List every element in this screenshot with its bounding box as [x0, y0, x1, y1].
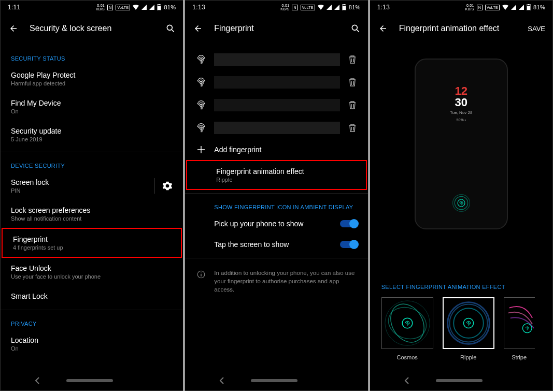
fingerprint-entry-2[interactable]: [185, 71, 367, 94]
effect-stripe[interactable]: Stripe: [504, 297, 535, 360]
content-scroll[interactable]: 12 30 Tue, Nov 28 50% ▪ SELECT FIN: [370, 43, 552, 371]
item-title: Fingerprint animation effect: [216, 167, 355, 176]
divider: [185, 193, 367, 194]
content-scroll[interactable]: SECURITY STATUS Google Play Protect Harm…: [1, 43, 183, 371]
back-icon[interactable]: [192, 23, 204, 34]
item-screen-lock[interactable]: Screen lock PIN: [1, 172, 183, 200]
item-fingerprint-animation[interactable]: Fingerprint animation effect Ripple: [186, 160, 366, 190]
item-smart-lock[interactable]: Smart Lock: [1, 286, 183, 307]
nav-back-icon[interactable]: [404, 377, 410, 384]
search-icon[interactable]: [350, 23, 361, 34]
search-icon[interactable]: [165, 23, 176, 34]
divider: [1, 152, 183, 152]
toggle-tap[interactable]: [340, 241, 358, 248]
status-right: 0.01KB/S N VoLTE 81%: [465, 4, 545, 11]
item-title: Find My Device: [11, 99, 173, 107]
battery-pct: 81%: [349, 4, 361, 10]
battery-icon: [157, 4, 161, 10]
nfc-icon: N: [292, 5, 297, 10]
item-lock-screen-prefs[interactable]: Lock screen preferences Show all notific…: [1, 200, 183, 228]
content-scroll[interactable]: Add fingerprint Fingerprint animation ef…: [185, 43, 367, 371]
separator: [154, 178, 155, 194]
info-note: In addition to unlocking your phone, you…: [185, 262, 367, 301]
signal-icon: [511, 5, 516, 10]
item-fingerprint[interactable]: Fingerprint 4 fingerprints set up: [2, 228, 182, 258]
item-title: Location: [11, 336, 173, 344]
clock-battery: 50% ▪: [457, 118, 466, 122]
item-security-update[interactable]: Security update 5 June 2019: [1, 121, 183, 149]
battery-pct: 81%: [164, 4, 176, 10]
status-time: 1:13: [192, 4, 205, 11]
effect-cosmos[interactable]: Cosmos: [381, 297, 433, 360]
battery-pct: 81%: [533, 4, 545, 10]
delete-icon[interactable]: [347, 55, 358, 64]
page-title: Fingerprint: [214, 24, 350, 33]
fingerprint-entry-1[interactable]: [185, 48, 367, 71]
nav-home-pill[interactable]: [436, 379, 483, 382]
svg-point-8: [352, 25, 357, 30]
fingerprint-name-redacted[interactable]: [214, 76, 339, 89]
item-location[interactable]: Location On: [1, 330, 183, 358]
item-pickup-show[interactable]: Pick up your phone to show: [185, 213, 367, 234]
volte-icon: VoLTE: [116, 5, 130, 10]
wifi-icon: [502, 5, 508, 10]
fingerprint-name-redacted[interactable]: [214, 122, 339, 134]
status-time: 1:11: [8, 4, 21, 11]
app-header: Security & lock screen: [1, 14, 183, 43]
svg-rect-12: [201, 274, 202, 277]
status-time: 1:13: [377, 4, 390, 11]
save-button[interactable]: SAVE: [528, 25, 545, 33]
item-title: Face Unlock: [11, 264, 173, 272]
divider: [1, 310, 183, 310]
item-sub: Show all notification content: [11, 215, 173, 222]
nav-back-icon[interactable]: [219, 377, 225, 384]
fingerprint-icon: [195, 100, 207, 110]
status-bar: 1:13 0.01KB/S N VoLTE 81%: [185, 1, 367, 14]
add-fingerprint-label: Add fingerprint: [207, 146, 357, 154]
section-ambient: SHOW FINGERPRINT ICON IN AMBIENT DISPLAY: [185, 197, 367, 213]
add-fingerprint[interactable]: Add fingerprint: [185, 139, 367, 160]
back-icon[interactable]: [377, 23, 389, 34]
nav-home-pill[interactable]: [251, 379, 297, 382]
section-security-status: SECURITY STATUS: [1, 48, 183, 65]
nav-bar: [185, 371, 367, 390]
toggle-pickup[interactable]: [340, 220, 358, 227]
screen-lock-settings[interactable]: [154, 178, 173, 194]
phone-preview: 12 30 Tue, Nov 28 50% ▪: [415, 59, 508, 229]
fingerprint-name-redacted[interactable]: [214, 53, 339, 66]
effect-ripple[interactable]: Ripple: [443, 297, 494, 360]
effect-thumb-cosmos[interactable]: [381, 297, 433, 349]
fingerprint-entry-4[interactable]: [185, 117, 367, 139]
item-tap-show[interactable]: Tap the screen to show: [185, 234, 367, 255]
effect-thumb-ripple[interactable]: [443, 297, 494, 349]
clock-date: Tue, Nov 28: [450, 110, 472, 115]
item-sub: PIN: [11, 187, 173, 194]
item-title: Lock screen preferences: [11, 206, 173, 214]
delete-icon[interactable]: [347, 100, 358, 110]
fingerprint-name-redacted[interactable]: [214, 99, 339, 111]
section-privacy: PRIVACY: [1, 313, 183, 330]
svg-line-4: [172, 30, 174, 32]
fingerprint-entry-3[interactable]: [185, 94, 367, 117]
gear-icon[interactable]: [162, 181, 173, 191]
back-icon[interactable]: [8, 23, 19, 34]
app-header: Fingerprint: [185, 14, 367, 43]
effect-name: Cosmos: [396, 354, 417, 360]
app-header: Fingerprint animation effect SAVE: [370, 14, 552, 43]
effect-thumb-stripe[interactable]: [504, 297, 535, 349]
item-title: Fingerprint: [13, 235, 171, 243]
nav-back-icon[interactable]: [34, 377, 40, 384]
effects-list[interactable]: Cosmos Ripple: [370, 297, 552, 360]
item-find-my-device[interactable]: Find My Device On: [1, 93, 183, 121]
svg-rect-2: [158, 6, 161, 10]
section-device-security: DEVICE SECURITY: [1, 155, 183, 172]
delete-icon[interactable]: [347, 78, 358, 87]
fingerprint-icon: [195, 123, 207, 133]
item-face-unlock[interactable]: Face Unlock Use your face to unlock your…: [1, 258, 183, 286]
item-title: Pick up your phone to show: [214, 220, 357, 228]
item-sub: Harmful app detected: [11, 80, 173, 86]
item-google-play-protect[interactable]: Google Play Protect Harmful app detected: [1, 65, 183, 93]
delete-icon[interactable]: [347, 123, 358, 133]
nav-home-pill[interactable]: [66, 379, 113, 382]
svg-rect-14: [528, 4, 530, 5]
